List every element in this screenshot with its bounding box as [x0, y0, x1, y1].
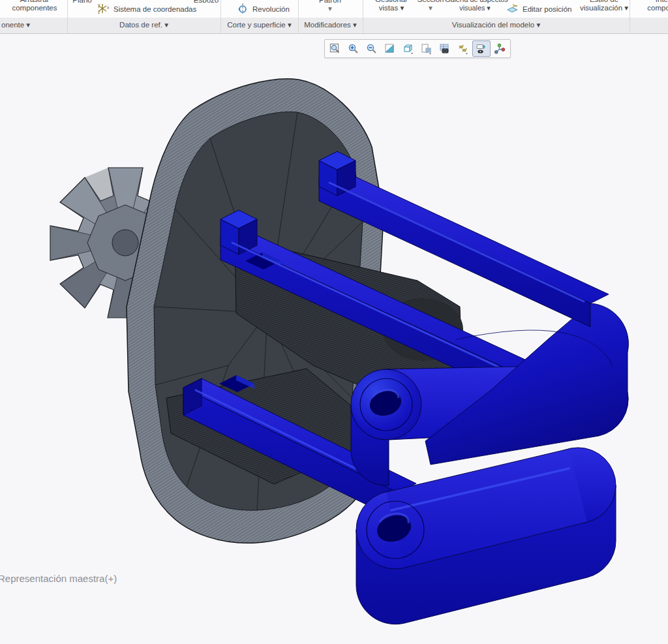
zoom-refit-icon[interactable] [326, 40, 344, 57]
revolve-icon [237, 3, 249, 14]
group-datum[interactable]: Datos de ref. ▾ [67, 20, 220, 29]
group-separator [67, 0, 68, 33]
group-separator [298, 0, 299, 33]
creo-window: Representación maestra(+) Arrastrar comp… [0, 0, 668, 644]
view-toolbar [324, 39, 511, 58]
section-button[interactable]: Sección ▾ [415, 0, 446, 12]
group-separator [363, 0, 363, 33]
group-separator [630, 0, 630, 33]
group-component[interactable]: onente ▾ [1, 20, 47, 29]
group-cut-surface[interactable]: Corte y superficie ▾ [220, 20, 298, 29]
zoom-out-icon[interactable] [363, 40, 381, 57]
model-canvas[interactable] [0, 34, 668, 644]
coordinate-system-icon: y x z [97, 2, 110, 15]
component-interface-button[interactable]: Interfaz componente [629, 0, 668, 12]
revolve-button[interactable]: Revolución [252, 5, 290, 13]
group-separator [220, 0, 221, 33]
annotation-display-icon[interactable] [472, 40, 491, 57]
display-style-icon[interactable] [399, 40, 418, 57]
pattern-button[interactable]: Patrón ▾ [307, 0, 353, 13]
edit-position-button[interactable]: Editar posición [523, 5, 571, 13]
display-style-button[interactable]: Estilo de visualización ▾ [573, 0, 635, 12]
ribbon: Arrastrar componentes Plano y x z Sistem… [0, 0, 668, 34]
svg-text:z: z [98, 10, 100, 14]
zoom-in-icon[interactable] [344, 40, 363, 57]
spin-center-icon[interactable] [491, 40, 509, 57]
appearance-gallery-button[interactable]: Galería de aspectos visuales ▾ [445, 0, 505, 12]
ribbon-buttons-row: Arrastrar componentes Plano y x z Sistem… [0, 0, 668, 18]
view-manager-icon[interactable] [436, 40, 454, 57]
saved-views-icon[interactable] [418, 40, 436, 57]
svg-text:x: x [107, 5, 110, 10]
coordinate-system-button[interactable]: Sistema de coordenadas [114, 5, 196, 13]
manage-views-button[interactable]: Gestionar vistas ▾ [367, 0, 416, 12]
graphics-viewport[interactable]: Representación maestra(+) [0, 34, 668, 644]
drag-components-button[interactable]: Arrastrar componentes [3, 0, 66, 12]
datum-display-icon[interactable] [454, 40, 472, 57]
model-representation-label: Representación maestra(+) [0, 573, 117, 584]
edit-position-icon [506, 3, 519, 14]
group-model-display[interactable]: Visualización del modelo ▾ [363, 20, 630, 29]
plane-button[interactable]: Plano [68, 0, 97, 5]
repaint-icon[interactable] [381, 40, 399, 57]
group-modifiers[interactable]: Modificadores ▾ [298, 20, 363, 29]
sketch-button[interactable]: Esbozo [191, 0, 221, 5]
